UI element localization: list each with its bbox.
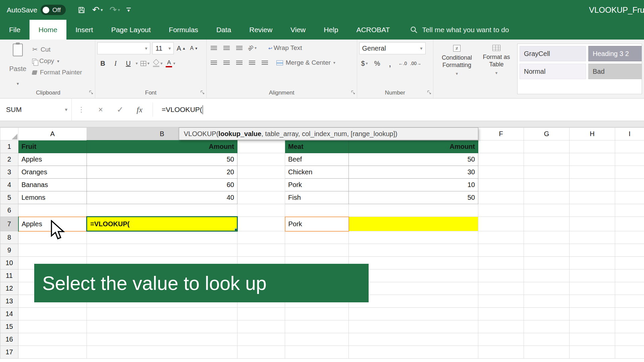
save-button[interactable] — [76, 6, 87, 14]
borders-button[interactable]: ▾ — [140, 58, 150, 69]
customize-quick-access-button[interactable]: ▾ — [126, 8, 131, 12]
cell[interactable] — [524, 217, 570, 231]
cell[interactable] — [18, 244, 87, 257]
cell[interactable] — [237, 217, 285, 231]
cell[interactable] — [570, 257, 615, 269]
autosave-toggle[interactable]: AutoSave Off — [7, 5, 66, 15]
cell[interactable] — [524, 179, 570, 191]
tab-data[interactable]: Data — [207, 20, 240, 40]
row-header-3[interactable]: 3 — [0, 166, 18, 179]
cell-style-normal[interactable]: Normal — [520, 64, 586, 79]
cell[interactable] — [87, 346, 237, 359]
cell[interactable] — [87, 320, 237, 333]
cell[interactable] — [615, 140, 644, 153]
cell[interactable] — [478, 231, 524, 244]
fill-handle[interactable] — [234, 228, 237, 231]
decrease-decimal-button[interactable]: .00→ — [410, 58, 421, 69]
cell-D3[interactable]: Chicken — [285, 166, 349, 179]
conditional-formatting-button[interactable]: ≠ Conditional Formatting ▾ — [435, 42, 478, 98]
cell[interactable] — [524, 191, 570, 204]
font-size-combo[interactable]: 11 ▾ — [152, 42, 174, 54]
align-center-button[interactable] — [221, 57, 232, 68]
cell[interactable] — [478, 140, 524, 153]
cell[interactable] — [237, 204, 285, 217]
cell[interactable] — [478, 295, 524, 308]
cell[interactable] — [237, 179, 285, 191]
cancel-button[interactable]: × — [91, 105, 110, 114]
cell[interactable] — [237, 308, 285, 320]
cell[interactable] — [237, 153, 285, 166]
tab-page-layout[interactable]: Page Layout — [102, 20, 160, 40]
increase-decimal-button[interactable]: ←.0 — [397, 58, 408, 69]
cell[interactable] — [524, 320, 570, 333]
cell[interactable] — [570, 308, 615, 320]
row-header-12[interactable]: 12 — [0, 282, 18, 295]
cell-D4[interactable]: Pork — [285, 179, 349, 191]
cell[interactable] — [570, 295, 615, 308]
cell[interactable] — [524, 231, 570, 244]
cell-A2[interactable]: Apples — [18, 153, 87, 166]
cell[interactable] — [615, 153, 644, 166]
cell[interactable] — [237, 191, 285, 204]
number-dialog-launcher[interactable] — [427, 90, 431, 96]
paste-button[interactable]: Paste ▾ — [3, 42, 32, 89]
cell-E5[interactable]: 50 — [349, 191, 478, 204]
font-color-button[interactable]: A▾ — [165, 58, 176, 69]
cut-button[interactable]: ✂ Cut — [32, 46, 82, 53]
cell[interactable] — [478, 179, 524, 191]
cell[interactable] — [615, 191, 644, 204]
cell[interactable] — [237, 346, 285, 359]
column-header-h[interactable]: H — [570, 128, 615, 140]
clipboard-dialog-launcher[interactable] — [89, 90, 93, 96]
cell[interactable] — [570, 333, 615, 346]
cell[interactable] — [570, 153, 615, 166]
undo-button[interactable]: ↶ ▾ — [91, 5, 104, 15]
cell[interactable] — [524, 333, 570, 346]
cell-E1[interactable]: Amount — [349, 140, 478, 153]
increase-font-size-button[interactable]: A▲ — [176, 43, 186, 54]
cell[interactable] — [237, 166, 285, 179]
cell[interactable] — [524, 153, 570, 166]
decrease-indent-button[interactable] — [247, 57, 258, 68]
cell[interactable] — [570, 269, 615, 282]
cell[interactable] — [478, 244, 524, 257]
cell[interactable] — [18, 333, 87, 346]
cell[interactable] — [615, 166, 644, 179]
cell[interactable] — [87, 244, 237, 257]
cell-D5[interactable]: Fish — [285, 191, 349, 204]
tab-view[interactable]: View — [281, 20, 315, 40]
cell[interactable] — [285, 244, 349, 257]
number-format-combo[interactable]: General ▾ — [359, 42, 426, 54]
align-right-button[interactable] — [234, 57, 245, 68]
row-header-1[interactable]: 1 — [0, 140, 18, 153]
increase-indent-button[interactable] — [260, 57, 270, 68]
copy-button[interactable]: Copy ▾ — [32, 57, 82, 65]
cell[interactable] — [524, 295, 570, 308]
cell[interactable] — [478, 346, 524, 359]
cell[interactable] — [478, 217, 524, 231]
row-header-7[interactable]: 7 — [0, 217, 18, 231]
row-header-17[interactable]: 17 — [0, 346, 18, 359]
cell[interactable] — [87, 231, 237, 244]
cell[interactable] — [570, 204, 615, 217]
cell-style-graycell[interactable]: GrayCell — [520, 46, 586, 61]
row-header-13[interactable]: 13 — [0, 295, 18, 308]
cell[interactable] — [615, 269, 644, 282]
cell[interactable] — [615, 308, 644, 320]
column-header-f[interactable]: F — [478, 128, 524, 140]
tab-insert[interactable]: Insert — [66, 20, 102, 40]
font-name-combo[interactable]: ▾ — [97, 42, 150, 54]
cell[interactable] — [285, 204, 349, 217]
cell[interactable] — [570, 282, 615, 295]
cell-A4[interactable]: Bananas — [18, 179, 87, 191]
orientation-button[interactable]: ab▾ — [247, 42, 258, 54]
cell[interactable] — [570, 140, 615, 153]
cell[interactable] — [349, 320, 478, 333]
cell[interactable] — [478, 204, 524, 217]
cell-A3[interactable]: Oranges — [18, 166, 87, 179]
cell[interactable] — [285, 333, 349, 346]
cell-E4[interactable]: 10 — [349, 179, 478, 191]
alignment-dialog-launcher[interactable] — [351, 90, 355, 96]
cell[interactable] — [478, 320, 524, 333]
bold-button[interactable]: B — [97, 58, 108, 69]
